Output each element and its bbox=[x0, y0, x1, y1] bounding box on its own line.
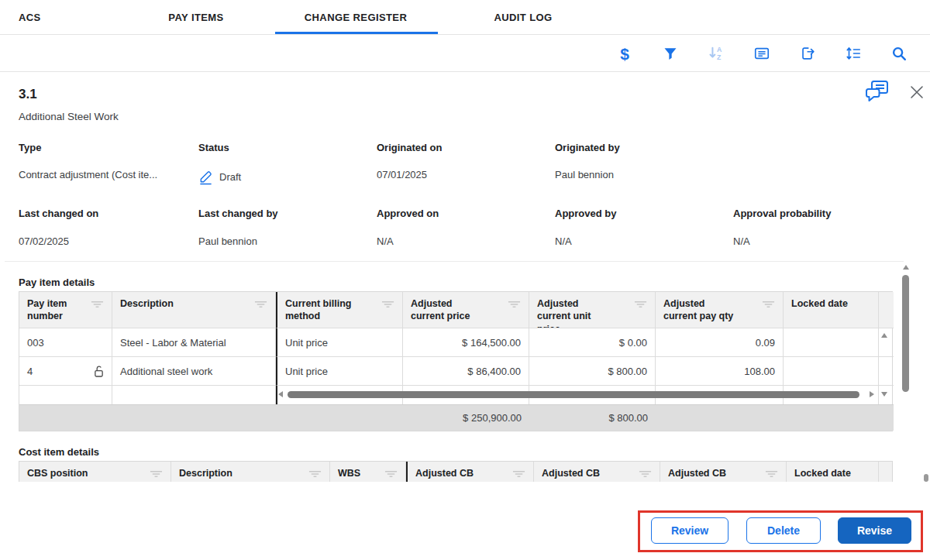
edit-pencil-icon[interactable] bbox=[198, 169, 213, 185]
close-icon[interactable] bbox=[907, 82, 927, 102]
column-header-adjusted-current-pay-qty[interactable]: Adjusted current pay qty bbox=[656, 292, 784, 328]
panel-scrollbar[interactable] bbox=[902, 275, 909, 392]
field-label-approval-probability: Approval probability bbox=[733, 208, 910, 219]
status-text: Draft bbox=[219, 171, 241, 183]
field-label-originated-by: Originated by bbox=[555, 142, 733, 153]
column-filter-icon[interactable] bbox=[91, 300, 104, 312]
cell-adjusted-current-price: $ 86,400.00 bbox=[403, 357, 529, 386]
active-tab-indicator bbox=[275, 32, 438, 34]
table-scroll-down-icon[interactable] bbox=[881, 392, 887, 397]
column-header-locked-date[interactable]: Locked date bbox=[784, 292, 879, 328]
total-adjusted-current-price: $ 250,900.00 bbox=[403, 404, 529, 431]
column-header-pay-item-number[interactable]: Pay item number bbox=[19, 292, 112, 328]
sort-az-icon[interactable]: A Z bbox=[702, 40, 730, 67]
table-scroll-strip bbox=[879, 292, 894, 328]
field-value-approved-on: N/A bbox=[377, 235, 555, 247]
field-label-last-changed-on: Last changed on bbox=[19, 208, 198, 219]
field-label-last-changed-by: Last changed by bbox=[198, 208, 377, 219]
change-register-screen: ACS PAY ITEMS CHANGE REGISTER AUDIT LOG … bbox=[0, 0, 930, 560]
field-label-approved-by: Approved by bbox=[555, 208, 733, 219]
tab-audit-log[interactable]: AUDIT LOG bbox=[494, 0, 552, 35]
cell-adjusted-current-unit-price: $ 800.00 bbox=[529, 357, 656, 386]
toolbar: $ A Z bbox=[0, 35, 930, 72]
cell-description: Additional steel work bbox=[112, 357, 276, 386]
column-filter-icon[interactable] bbox=[634, 300, 647, 312]
pay-item-table: Pay item number Description Current bill… bbox=[19, 291, 893, 431]
svg-text:A: A bbox=[717, 46, 722, 53]
field-label-originated-on: Originated on bbox=[377, 142, 555, 153]
field-labels-row1: Type Status Originated on Originated by bbox=[19, 142, 910, 153]
table-scroll-right-icon[interactable] bbox=[870, 391, 874, 397]
column-filter-icon[interactable] bbox=[508, 300, 521, 312]
form-view-icon[interactable] bbox=[748, 40, 776, 67]
row-height-icon[interactable] bbox=[839, 40, 867, 67]
tab-change-register[interactable]: CHANGE REGISTER bbox=[305, 0, 407, 35]
comments-icon[interactable] bbox=[863, 79, 890, 104]
column-header-locked-date[interactable]: Locked date bbox=[787, 462, 879, 482]
column-filter-icon[interactable] bbox=[381, 300, 394, 312]
field-value-status: Draft bbox=[198, 169, 377, 185]
record-id: 3.1 bbox=[19, 87, 37, 102]
export-page-icon[interactable] bbox=[794, 40, 822, 67]
column-header-adjusted-cb-qty[interactable]: Adjusted CB qty bbox=[660, 462, 787, 482]
currency-icon[interactable]: $ bbox=[611, 40, 639, 67]
column-filter-icon[interactable] bbox=[639, 469, 652, 482]
filter-icon[interactable] bbox=[656, 40, 684, 67]
field-value-last-changed-on: 07/02/2025 bbox=[19, 235, 198, 247]
cell-adjusted-current-price: $ 164,500.00 bbox=[403, 328, 529, 357]
column-filter-icon[interactable] bbox=[308, 469, 322, 482]
cost-item-table-header: CBS position Description WBS pha... Adju… bbox=[19, 462, 892, 482]
cell-locked-date bbox=[784, 357, 879, 386]
field-label-approved-on: Approved on bbox=[377, 208, 555, 219]
column-filter-icon[interactable] bbox=[254, 300, 267, 312]
column-filter-icon[interactable] bbox=[384, 469, 398, 482]
column-filter-icon[interactable] bbox=[762, 300, 775, 312]
field-value-originated-by: Paul bennion bbox=[555, 169, 733, 185]
column-filter-icon[interactable] bbox=[512, 469, 525, 482]
pay-item-row-2[interactable]: 4 Additional steel work Unit price $ 86,… bbox=[19, 357, 892, 386]
column-header-adjusted-current-unit-price[interactable]: Adjusted current unit price bbox=[529, 292, 656, 328]
field-values-row1: Contract adjustment (Cost ite... Draft 0… bbox=[19, 169, 910, 185]
table-scroll-up-icon[interactable] bbox=[881, 333, 887, 338]
pay-item-table-header: Pay item number Description Current bill… bbox=[19, 292, 892, 328]
column-header-adjusted-cb-mhrs[interactable]: Adjusted CB MHrs bbox=[534, 462, 660, 482]
column-filter-icon[interactable] bbox=[150, 469, 163, 482]
cost-item-table: CBS position Description WBS pha... Adju… bbox=[19, 461, 893, 482]
field-value-last-changed-by: Paul bennion bbox=[198, 235, 377, 247]
column-header-description[interactable]: Description bbox=[171, 462, 330, 482]
field-label-type: Type bbox=[19, 142, 198, 153]
tab-acs[interactable]: ACS bbox=[19, 0, 41, 35]
column-header-cbs-position[interactable]: CBS position bbox=[19, 462, 171, 482]
cell-locked-date bbox=[784, 328, 879, 357]
revise-button[interactable]: Revise bbox=[838, 517, 911, 544]
field-value-originated-on: 07/01/2025 bbox=[377, 169, 555, 185]
panel-scroll-up-icon[interactable] bbox=[903, 265, 909, 270]
column-header-adjusted-current-price[interactable]: Adjusted current price bbox=[403, 292, 529, 328]
pay-item-row-1[interactable]: 003 Steel - Labor & Material Unit price … bbox=[19, 328, 892, 357]
column-filter-icon[interactable] bbox=[765, 469, 778, 482]
cell-billing-method: Unit price bbox=[276, 357, 403, 386]
field-labels-row2: Last changed on Last changed by Approved… bbox=[19, 208, 910, 219]
unlocked-padlock-icon bbox=[94, 365, 104, 378]
field-values-row2: 07/02/2025 Paul bennion N/A N/A N/A bbox=[19, 235, 910, 247]
cell-adjusted-current-pay-qty: 0.09 bbox=[656, 328, 784, 357]
cell-adjusted-current-unit-price: $ 0.00 bbox=[529, 328, 656, 357]
horizontal-scrollbar[interactable] bbox=[288, 391, 859, 398]
column-header-description[interactable]: Description bbox=[112, 292, 276, 328]
table-scroll-left-icon[interactable] bbox=[278, 391, 283, 397]
review-button[interactable]: Review bbox=[651, 517, 728, 544]
column-header-current-billing-method[interactable]: Current billing method bbox=[276, 292, 403, 328]
search-icon[interactable] bbox=[885, 40, 913, 67]
cell-adjusted-current-pay-qty: 108.00 bbox=[656, 357, 784, 386]
svg-text:Z: Z bbox=[717, 53, 722, 61]
field-value-approval-probability: N/A bbox=[733, 235, 910, 247]
tab-pay-items[interactable]: PAY ITEMS bbox=[168, 0, 223, 35]
field-value-approved-by: N/A bbox=[555, 235, 733, 247]
cell-description: Steel - Labor & Material bbox=[112, 328, 276, 357]
column-header-adjusted-cb-cost[interactable]: Adjusted CB cost bbox=[406, 462, 534, 482]
pay-item-totals-row: $ 250,900.00 $ 800.00 bbox=[19, 404, 892, 431]
delete-button[interactable]: Delete bbox=[746, 517, 821, 544]
page-scrollbar[interactable] bbox=[924, 474, 928, 482]
column-header-wbs-phase[interactable]: WBS pha... bbox=[330, 462, 406, 482]
field-value-type: Contract adjustment (Cost ite... bbox=[19, 169, 198, 185]
